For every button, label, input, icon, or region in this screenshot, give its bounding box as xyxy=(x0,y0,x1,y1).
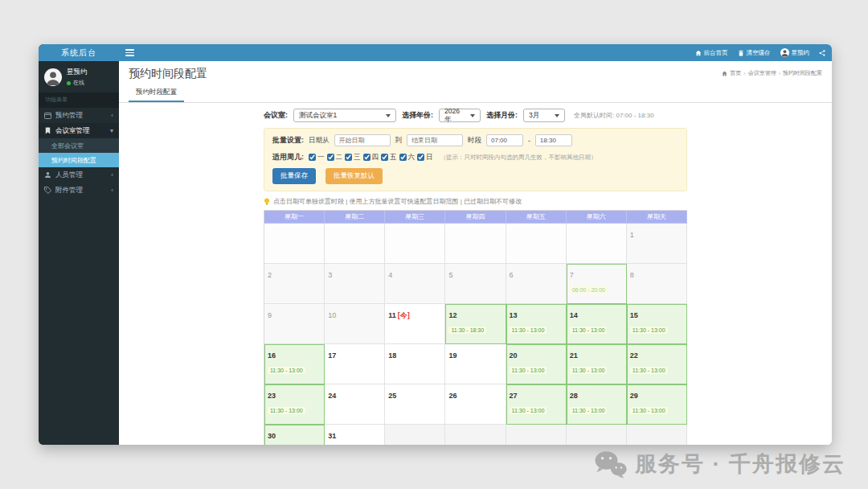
year-label: 选择年份: xyxy=(402,110,433,121)
day-number: 7 xyxy=(570,271,574,279)
chevron-left-icon: ‹ xyxy=(111,171,113,179)
weekday-checkbox[interactable] xyxy=(345,154,352,161)
day-time-slot: 11:30 - 13:00 xyxy=(630,327,668,334)
room-select[interactable]: 测试会议室1 xyxy=(293,109,396,122)
day-time-slot: 11:30 - 13:00 xyxy=(268,367,305,374)
sidebar-section-header: 功能菜单 xyxy=(39,92,119,108)
calendar-day-cell[interactable]: 31 xyxy=(325,425,385,445)
tab-timeslot-config[interactable]: 预约时段配置 xyxy=(129,84,184,102)
calendar-day-cell[interactable]: 21 11:30 - 13:00 xyxy=(567,344,627,384)
day-time-slot: 06:00 - 20:00 xyxy=(570,286,608,294)
batch-save-button[interactable]: 批量保存 xyxy=(272,168,316,184)
calendar-day-cell[interactable]: 25 xyxy=(385,384,445,425)
calendar-day-cell[interactable]: 27 11:30 - 13:00 xyxy=(506,384,567,425)
sidebar-item-meeting-room-management[interactable]: 会议室管理▾ xyxy=(39,123,119,138)
day-time-slot: 11:30 - 13:00 xyxy=(630,407,668,414)
nav-frontend-home[interactable]: 前台首页 xyxy=(695,49,728,57)
weekday-checkbox-label[interactable]: 四 xyxy=(363,153,379,162)
weekday-checkbox-label[interactable]: 二 xyxy=(327,153,343,162)
nav-clear-cache[interactable]: 清空缓存 xyxy=(738,49,771,57)
chevron-down-icon xyxy=(470,114,475,117)
top-navbar: 前台首页 清空缓存 昱预约 xyxy=(119,44,832,61)
calendar-day-cell[interactable]: 13 11:30 - 13:00 xyxy=(506,304,567,344)
batch-settings-panel: 批量设置: 日期从 到 时段 - 适用周几: 一二三四五六日 xyxy=(264,128,687,191)
trash-icon xyxy=(738,50,744,56)
calendar-day-cell[interactable]: 17 xyxy=(325,344,385,384)
sidebar-item-personnel-management[interactable]: 人员管理‹ xyxy=(39,167,119,183)
calendar-day-cell[interactable]: 14 11:30 - 13:00 xyxy=(567,304,627,344)
calendar-weekday-header: 星期天 xyxy=(627,211,687,224)
weekday-checkbox[interactable] xyxy=(417,154,424,161)
end-date-input[interactable] xyxy=(407,134,463,146)
brand-title[interactable]: 系统后台 xyxy=(39,44,119,61)
day-number: 9 xyxy=(268,311,272,319)
breadcrumb-home[interactable]: 首页 xyxy=(730,69,741,77)
breadcrumb-parent[interactable]: 会议室管理 xyxy=(748,69,776,77)
start-date-input[interactable] xyxy=(334,134,391,146)
day-time-slot: 11:30 - 13:00 xyxy=(630,367,668,374)
calendar-day-cell[interactable]: 29 11:30 - 13:00 xyxy=(627,384,687,425)
home-icon xyxy=(695,50,702,56)
chevron-down-icon: ▾ xyxy=(110,127,113,134)
calendar-day-cell[interactable]: 12 11:30 - 18:30 xyxy=(445,304,506,344)
calendar-day-cell[interactable]: 15 11:30 - 13:00 xyxy=(627,304,687,344)
day-time-slot: 11:30 - 13:00 xyxy=(510,327,547,334)
sidebar-user-panel: 昱预约 在线 xyxy=(39,61,119,92)
user-status: 在线 xyxy=(67,79,88,87)
sidebar-subitem-all-meeting-rooms[interactable]: 全部会议室 xyxy=(39,138,119,153)
time-end-input[interactable] xyxy=(535,134,572,146)
weekday-checkbox-label[interactable]: 一 xyxy=(309,153,325,162)
calendar-day-cell[interactable]: 19 xyxy=(445,344,506,384)
calendar-day-cell xyxy=(325,224,385,264)
batch-restore-default-button[interactable]: 批量恢复默认 xyxy=(326,168,383,184)
calendar-day-cell[interactable]: 23 11:30 - 13:00 xyxy=(264,384,325,425)
page-title: 预约时间段配置 xyxy=(129,67,822,81)
weekday-checkbox[interactable] xyxy=(363,154,371,161)
watermark-text: 服务号 · 千舟报修云 xyxy=(635,450,845,479)
calendar-day-cell: 9 xyxy=(264,304,325,344)
sidebar-subitem-timeslot-config[interactable]: 预约时间段配置 xyxy=(39,153,119,167)
day-number: 1 xyxy=(630,231,634,239)
calendar-day-cell[interactable]: 16 11:30 - 13:00 xyxy=(264,344,325,384)
day-number: 3 xyxy=(328,271,332,279)
weekday-checkbox-label[interactable]: 日 xyxy=(417,153,433,162)
nav-user-menu[interactable]: 昱预约 xyxy=(780,48,810,57)
weekday-checkbox[interactable] xyxy=(309,154,316,161)
calendar-day-cell[interactable]: 26 xyxy=(445,384,506,425)
calendar-weekday-header: 星期一 xyxy=(264,211,325,224)
day-time-slot: 11:30 - 13:00 xyxy=(510,367,547,374)
day-time-slot: 11:30 - 18:30 xyxy=(448,327,486,334)
calendar-day-cell[interactable]: 11[今] xyxy=(385,304,445,344)
calendar-weekday-header: 星期六 xyxy=(567,211,627,224)
time-start-input[interactable] xyxy=(486,134,523,146)
calendar-day-cell xyxy=(567,224,627,264)
calendar-day-cell[interactable]: 22 11:30 - 13:00 xyxy=(627,344,687,384)
weekday-checkbox[interactable] xyxy=(399,154,407,161)
year-select[interactable]: 2026年 xyxy=(439,109,481,122)
weekday-checkbox[interactable] xyxy=(327,154,334,161)
menu-icon[interactable] xyxy=(125,49,134,56)
calendar-day-cell[interactable]: 28 11:30 - 13:00 xyxy=(567,384,627,425)
calendar-day-cell[interactable]: 18 xyxy=(385,344,445,384)
day-number: 31 xyxy=(328,432,336,440)
calendar-weekday-header: 星期五 xyxy=(506,211,567,224)
day-number: 24 xyxy=(328,392,336,400)
calendar-day-cell[interactable]: 24 xyxy=(325,384,385,425)
sidebar-item-reservation-management[interactable]: 预约管理‹ xyxy=(39,108,119,123)
sidebar-item-attachment-management[interactable]: 附件管理‹ xyxy=(39,183,119,198)
month-select[interactable]: 3月 xyxy=(523,109,565,122)
weekday-checkbox-label[interactable]: 五 xyxy=(381,153,397,162)
day-number: 4 xyxy=(388,271,392,279)
user-avatar-icon xyxy=(44,68,62,86)
weekday-checkbox-label[interactable]: 六 xyxy=(399,153,416,162)
user-avatar-icon xyxy=(780,48,789,57)
weekday-checkbox[interactable] xyxy=(381,154,388,161)
calendar-day-cell[interactable]: 20 11:30 - 13:00 xyxy=(506,344,567,384)
weekday-checkbox-label[interactable]: 三 xyxy=(345,153,361,162)
calendar-day-cell[interactable]: 30 11:30 - 13:00 xyxy=(264,425,325,445)
share-icon[interactable] xyxy=(819,50,825,56)
calendar-day-cell: 6 xyxy=(506,264,567,304)
calendar-day-cell: 10 xyxy=(325,304,385,344)
day-number: 5 xyxy=(448,271,452,279)
wechat-icon xyxy=(592,450,628,479)
